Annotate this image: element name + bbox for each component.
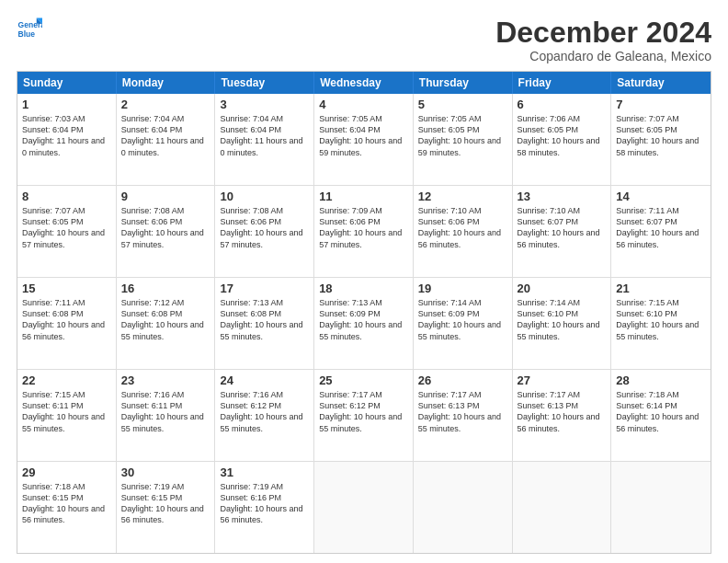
cell-info: Sunrise: 7:18 AMSunset: 6:14 PMDaylight:…	[616, 389, 706, 434]
cell-info: Sunrise: 7:17 AMSunset: 6:13 PMDaylight:…	[518, 389, 607, 434]
cal-cell-3-0: 22 Sunrise: 7:15 AMSunset: 6:11 PMDaylig…	[17, 370, 117, 461]
cell-info: Sunrise: 7:14 AMSunset: 6:10 PMDaylight:…	[518, 297, 607, 342]
header-saturday: Saturday	[611, 72, 711, 94]
cell-info: Sunrise: 7:19 AMSunset: 6:16 PMDaylight:…	[220, 481, 309, 526]
header-wednesday: Wednesday	[314, 72, 414, 94]
day-number: 21	[616, 282, 706, 295]
cal-cell-0-6: 7 Sunrise: 7:07 AMSunset: 6:05 PMDayligh…	[611, 94, 711, 185]
header-sunday: Sunday	[17, 72, 117, 94]
cal-cell-3-2: 24 Sunrise: 7:16 AMSunset: 6:12 PMDaylig…	[215, 370, 314, 461]
day-number: 17	[220, 282, 309, 295]
logo: General Blue	[17, 17, 42, 42]
cal-cell-4-6	[611, 462, 711, 553]
header-tuesday: Tuesday	[215, 72, 314, 94]
cell-info: Sunrise: 7:14 AMSunset: 6:09 PMDaylight:…	[418, 297, 507, 342]
cal-cell-0-4: 5 Sunrise: 7:05 AMSunset: 6:05 PMDayligh…	[414, 94, 513, 185]
cal-cell-0-5: 6 Sunrise: 7:06 AMSunset: 6:05 PMDayligh…	[513, 94, 612, 185]
cell-info: Sunrise: 7:13 AMSunset: 6:09 PMDaylight:…	[319, 297, 408, 342]
cal-cell-3-1: 23 Sunrise: 7:16 AMSunset: 6:11 PMDaylig…	[117, 370, 216, 461]
cal-cell-1-5: 13 Sunrise: 7:10 AMSunset: 6:07 PMDaylig…	[513, 186, 612, 277]
day-number: 3	[220, 98, 309, 111]
cal-cell-4-5	[513, 462, 612, 553]
cal-cell-2-4: 19 Sunrise: 7:14 AMSunset: 6:09 PMDaylig…	[414, 278, 513, 369]
cal-cell-1-1: 9 Sunrise: 7:08 AMSunset: 6:06 PMDayligh…	[117, 186, 216, 277]
day-number: 22	[22, 373, 111, 387]
day-number: 2	[121, 98, 210, 111]
day-number: 14	[616, 190, 706, 203]
day-number: 7	[616, 98, 706, 111]
day-number: 10	[220, 190, 309, 203]
day-number: 13	[518, 190, 607, 203]
day-number: 11	[319, 190, 408, 203]
cal-cell-1-2: 10 Sunrise: 7:08 AMSunset: 6:06 PMDaylig…	[215, 186, 314, 277]
day-number: 20	[518, 282, 607, 295]
day-number: 30	[121, 465, 210, 479]
cell-info: Sunrise: 7:04 AMSunset: 6:04 PMDaylight:…	[220, 113, 309, 158]
day-number: 29	[22, 465, 111, 479]
cal-cell-3-4: 26 Sunrise: 7:17 AMSunset: 6:13 PMDaylig…	[414, 370, 513, 461]
week-row-4: 22 Sunrise: 7:15 AMSunset: 6:11 PMDaylig…	[17, 370, 711, 462]
cal-cell-2-5: 20 Sunrise: 7:14 AMSunset: 6:10 PMDaylig…	[513, 278, 612, 369]
cell-info: Sunrise: 7:18 AMSunset: 6:15 PMDaylight:…	[22, 481, 111, 526]
cal-cell-3-3: 25 Sunrise: 7:17 AMSunset: 6:12 PMDaylig…	[314, 370, 414, 461]
day-number: 9	[121, 190, 210, 203]
cell-info: Sunrise: 7:06 AMSunset: 6:05 PMDaylight:…	[518, 113, 607, 158]
day-number: 15	[22, 282, 111, 295]
cal-cell-2-1: 16 Sunrise: 7:12 AMSunset: 6:08 PMDaylig…	[117, 278, 216, 369]
cal-cell-2-3: 18 Sunrise: 7:13 AMSunset: 6:09 PMDaylig…	[314, 278, 414, 369]
cell-info: Sunrise: 7:12 AMSunset: 6:08 PMDaylight:…	[121, 297, 210, 342]
cell-info: Sunrise: 7:19 AMSunset: 6:15 PMDaylight:…	[121, 481, 210, 526]
cal-cell-3-6: 28 Sunrise: 7:18 AMSunset: 6:14 PMDaylig…	[611, 370, 711, 461]
header-thursday: Thursday	[414, 72, 513, 94]
calendar: Sunday Monday Tuesday Wednesday Thursday…	[17, 71, 711, 554]
cell-info: Sunrise: 7:16 AMSunset: 6:11 PMDaylight:…	[121, 389, 210, 434]
day-number: 5	[418, 98, 507, 111]
day-number: 24	[220, 373, 309, 387]
cell-info: Sunrise: 7:15 AMSunset: 6:11 PMDaylight:…	[22, 389, 111, 434]
cell-info: Sunrise: 7:09 AMSunset: 6:06 PMDaylight:…	[319, 205, 408, 250]
cal-cell-2-2: 17 Sunrise: 7:13 AMSunset: 6:08 PMDaylig…	[215, 278, 314, 369]
cell-info: Sunrise: 7:05 AMSunset: 6:05 PMDaylight:…	[418, 113, 507, 158]
cell-info: Sunrise: 7:07 AMSunset: 6:05 PMDaylight:…	[616, 113, 706, 158]
title-block: December 2024 Copandaro de Galeana, Mexi…	[495, 17, 711, 63]
week-row-5: 29 Sunrise: 7:18 AMSunset: 6:15 PMDaylig…	[17, 462, 711, 553]
header-friday: Friday	[513, 72, 612, 94]
day-number: 19	[418, 282, 507, 295]
day-number: 27	[518, 373, 607, 387]
header: General Blue December 2024 Copandaro de …	[17, 17, 711, 63]
day-number: 31	[220, 465, 309, 479]
cal-cell-1-0: 8 Sunrise: 7:07 AMSunset: 6:05 PMDayligh…	[17, 186, 117, 277]
logo-icon: General Blue	[17, 17, 42, 42]
cell-info: Sunrise: 7:05 AMSunset: 6:04 PMDaylight:…	[319, 113, 408, 158]
cal-cell-4-0: 29 Sunrise: 7:18 AMSunset: 6:15 PMDaylig…	[17, 462, 117, 553]
day-number: 8	[22, 190, 111, 203]
day-number: 18	[319, 282, 408, 295]
day-number: 28	[616, 373, 706, 387]
cal-cell-2-0: 15 Sunrise: 7:11 AMSunset: 6:08 PMDaylig…	[17, 278, 117, 369]
day-number: 4	[319, 98, 408, 111]
cell-info: Sunrise: 7:17 AMSunset: 6:13 PMDaylight:…	[418, 389, 507, 434]
day-number: 6	[518, 98, 607, 111]
cell-info: Sunrise: 7:15 AMSunset: 6:10 PMDaylight:…	[616, 297, 706, 342]
cal-cell-0-3: 4 Sunrise: 7:05 AMSunset: 6:04 PMDayligh…	[314, 94, 414, 185]
cell-info: Sunrise: 7:16 AMSunset: 6:12 PMDaylight:…	[220, 389, 309, 434]
cell-info: Sunrise: 7:07 AMSunset: 6:05 PMDaylight:…	[22, 205, 111, 250]
cal-cell-0-1: 2 Sunrise: 7:04 AMSunset: 6:04 PMDayligh…	[117, 94, 216, 185]
cal-cell-1-6: 14 Sunrise: 7:11 AMSunset: 6:07 PMDaylig…	[611, 186, 711, 277]
calendar-header: Sunday Monday Tuesday Wednesday Thursday…	[17, 72, 711, 94]
cal-cell-1-3: 11 Sunrise: 7:09 AMSunset: 6:06 PMDaylig…	[314, 186, 414, 277]
day-number: 1	[22, 98, 111, 111]
cal-cell-1-4: 12 Sunrise: 7:10 AMSunset: 6:06 PMDaylig…	[414, 186, 513, 277]
cell-info: Sunrise: 7:11 AMSunset: 6:07 PMDaylight:…	[616, 205, 706, 250]
cal-cell-4-1: 30 Sunrise: 7:19 AMSunset: 6:15 PMDaylig…	[117, 462, 216, 553]
cell-info: Sunrise: 7:10 AMSunset: 6:07 PMDaylight:…	[518, 205, 607, 250]
cell-info: Sunrise: 7:10 AMSunset: 6:06 PMDaylight:…	[418, 205, 507, 250]
cell-info: Sunrise: 7:13 AMSunset: 6:08 PMDaylight:…	[220, 297, 309, 342]
cell-info: Sunrise: 7:08 AMSunset: 6:06 PMDaylight:…	[121, 205, 210, 250]
week-row-1: 1 Sunrise: 7:03 AMSunset: 6:04 PMDayligh…	[17, 94, 711, 186]
cal-cell-0-0: 1 Sunrise: 7:03 AMSunset: 6:04 PMDayligh…	[17, 94, 117, 185]
cal-cell-4-3	[314, 462, 414, 553]
cal-cell-3-5: 27 Sunrise: 7:17 AMSunset: 6:13 PMDaylig…	[513, 370, 612, 461]
header-monday: Monday	[117, 72, 216, 94]
svg-text:Blue: Blue	[18, 29, 36, 39]
